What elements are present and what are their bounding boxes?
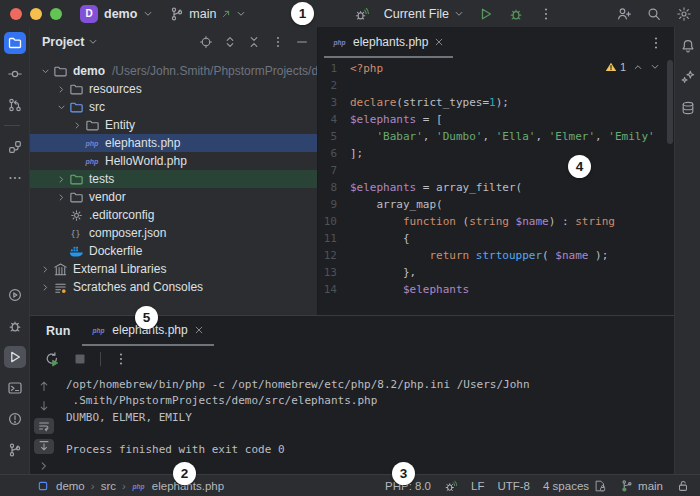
tree-item-elephants-php[interactable]: phpelephants.php — [30, 134, 317, 152]
code-editor[interactable]: 1<?php23declare(strict_types=1);4$elepha… — [318, 58, 674, 315]
tree-item-dockerfile[interactable]: Dockerfile — [30, 242, 317, 260]
notifications-bell-icon[interactable] — [677, 35, 699, 57]
tree-item-tests[interactable]: tests — [30, 170, 317, 188]
search-everywhere-icon[interactable] — [646, 6, 662, 22]
tree-item-label: resources — [89, 82, 142, 96]
tree-item-entity[interactable]: Entity — [30, 116, 317, 134]
code-text: function (string $name) : string — [350, 213, 615, 230]
chevron-down-icon[interactable] — [38, 67, 52, 76]
console-gutter — [30, 372, 58, 474]
run-configuration-selector[interactable]: Current File — [384, 7, 464, 21]
tree-item-src[interactable]: src — [30, 98, 317, 116]
docker-file-icon — [68, 244, 84, 259]
hide-panel-icon[interactable] — [295, 35, 309, 49]
chevron-down-icon — [143, 9, 153, 19]
chevron-right-icon[interactable] — [54, 85, 68, 94]
tree-item-resources[interactable]: resources — [30, 80, 317, 98]
zoom-window-button[interactable] — [50, 8, 62, 20]
close-tab-icon[interactable] — [194, 325, 204, 335]
close-window-button[interactable] — [10, 8, 22, 20]
encoding-widget[interactable]: UTF-8 — [497, 480, 530, 492]
tree-item--editorconfig[interactable]: .editorconfig — [30, 206, 317, 224]
breadcrumb-item-demo[interactable]: demo — [56, 480, 85, 492]
tree-item-scratches-and-consoles[interactable]: Scratches and Consoles — [30, 278, 317, 296]
rerun-icon[interactable] — [44, 351, 60, 367]
chevron-right-icon[interactable] — [54, 193, 68, 202]
scroll-to-end-icon[interactable] — [34, 439, 54, 454]
up-stack-trace-icon[interactable] — [34, 378, 54, 393]
branch-selector[interactable]: main — [169, 6, 246, 22]
console-output[interactable]: /opt/homebrew/bin/php -c /opt/homebrew/e… — [58, 372, 674, 474]
tree-item-label: Scratches and Consoles — [73, 280, 203, 294]
line-separator-widget[interactable]: LF — [471, 480, 484, 492]
terminal-tool-icon[interactable] — [4, 377, 26, 399]
collapse-all-icon[interactable] — [247, 35, 261, 49]
code-line: 6]; — [318, 145, 674, 162]
chevron-right-icon[interactable] — [38, 283, 52, 292]
indent-widget[interactable]: 4 spaces — [543, 479, 607, 493]
run-tool-icon[interactable] — [4, 346, 26, 368]
structure-tool-icon[interactable] — [4, 136, 26, 158]
folder-icon — [68, 190, 84, 205]
minimize-window-button[interactable] — [30, 8, 42, 20]
project-selector[interactable]: D demo — [80, 5, 153, 23]
soft-wrap-icon[interactable] — [34, 418, 54, 433]
annotation-marker-5: 5 — [135, 306, 158, 329]
git-branch-status-icon — [620, 479, 634, 493]
locate-file-icon[interactable] — [199, 35, 213, 49]
expand-all-icon[interactable] — [223, 35, 237, 49]
git-branch-widget[interactable]: main — [620, 479, 663, 493]
tree-item-composer-json[interactable]: {}composer.json — [30, 224, 317, 242]
chevron-right-icon[interactable] — [54, 175, 68, 184]
pull-requests-tool-icon[interactable] — [4, 94, 26, 116]
editor-tab-elephants[interactable]: php elephants.php — [324, 27, 453, 58]
tree-item-demo[interactable]: demo/Users/John.Smith/PhpstormProjects/d… — [30, 62, 317, 80]
ai-assistant-icon[interactable] — [677, 66, 699, 88]
stop-icon[interactable] — [72, 351, 88, 367]
console-line: /opt/homebrew/bin/php -c /opt/homebrew/e… — [66, 377, 666, 393]
incoming-changes-icon — [220, 8, 232, 20]
project-name: demo — [104, 7, 137, 21]
tree-item-helloworld-php[interactable]: phpHelloWorld.php — [30, 152, 317, 170]
editor-options-icon[interactable] — [648, 35, 664, 51]
more-tools-icon[interactable] — [4, 167, 26, 189]
more-vertical-icon[interactable] — [113, 351, 129, 367]
line-number: 3 — [318, 94, 350, 111]
close-tab-icon[interactable] — [434, 37, 444, 47]
version-control-tool-icon[interactable] — [4, 439, 26, 461]
database-tool-icon[interactable] — [677, 97, 699, 119]
project-tool-icon[interactable] — [4, 32, 26, 54]
next-problem-icon[interactable] — [650, 62, 660, 72]
chevron-right-icon[interactable] — [38, 265, 52, 274]
xdebug-listen-icon[interactable] — [354, 6, 370, 22]
xdebug-status-icon[interactable] — [444, 479, 458, 493]
debug-tool-icon[interactable] — [4, 315, 26, 337]
commit-tool-icon[interactable] — [4, 63, 26, 85]
run-toolbar — [30, 346, 674, 372]
debug-button[interactable] — [508, 6, 524, 22]
more-vertical-icon[interactable] — [271, 35, 285, 49]
code-line: 14 $elephants — [318, 281, 674, 298]
breadcrumb-item-src[interactable]: src — [101, 480, 116, 492]
chevron-right-icon[interactable] — [70, 121, 84, 130]
profiler-tool-icon[interactable] — [4, 284, 26, 306]
tree-item-external-libraries[interactable]: External Libraries — [30, 260, 317, 278]
problems-tool-icon[interactable] — [4, 408, 26, 430]
unlock-icon[interactable] — [676, 479, 690, 493]
run-button[interactable] — [478, 6, 494, 22]
run-panel-title[interactable]: Run — [30, 316, 82, 346]
svg-text:php: php — [333, 38, 345, 46]
previous-problem-icon[interactable] — [633, 62, 643, 72]
line-number: 1 — [318, 60, 350, 77]
expand-console-icon[interactable] — [34, 459, 54, 474]
chevron-down-icon[interactable] — [54, 103, 68, 112]
tree-item-label: src — [89, 100, 105, 114]
tree-item-vendor[interactable]: vendor — [30, 188, 317, 206]
add-user-icon[interactable] — [616, 6, 632, 22]
down-stack-trace-icon[interactable] — [34, 398, 54, 413]
project-panel-title[interactable]: Project — [42, 35, 84, 49]
code-text: <?php — [350, 60, 383, 77]
editor-scrollbar[interactable] — [667, 60, 673, 144]
more-actions-icon[interactable] — [538, 6, 554, 22]
settings-gear-icon[interactable] — [676, 6, 692, 22]
